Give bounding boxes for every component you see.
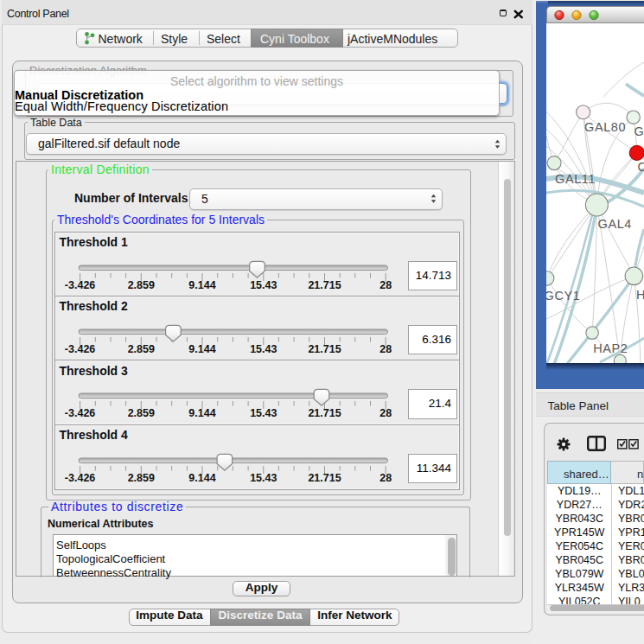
svg-text:15.43: 15.43 bbox=[250, 342, 277, 354]
svg-text:HA: HA bbox=[636, 288, 644, 302]
svg-text:9.144: 9.144 bbox=[188, 471, 215, 483]
svg-text:9.144: 9.144 bbox=[188, 278, 215, 290]
svg-text:C: C bbox=[638, 160, 644, 174]
svg-text:GAL80: GAL80 bbox=[584, 120, 626, 134]
svg-text:-3.426: -3.426 bbox=[65, 278, 95, 290]
svg-text:GAL4: GAL4 bbox=[598, 217, 632, 231]
svg-text:21.715: 21.715 bbox=[308, 407, 341, 419]
svg-text:2.859: 2.859 bbox=[128, 342, 155, 354]
svg-text:-3.426: -3.426 bbox=[65, 471, 95, 483]
svg-text:21.715: 21.715 bbox=[308, 342, 341, 354]
svg-text:GAL11: GAL11 bbox=[555, 172, 596, 186]
svg-text:GA: GA bbox=[634, 124, 644, 138]
svg-text:21.715: 21.715 bbox=[308, 471, 341, 483]
svg-text:2.859: 2.859 bbox=[128, 407, 155, 419]
svg-text:2.859: 2.859 bbox=[128, 278, 155, 290]
svg-text:GCY1: GCY1 bbox=[546, 289, 580, 303]
svg-text:2.859: 2.859 bbox=[128, 471, 155, 483]
svg-text:15.43: 15.43 bbox=[250, 278, 277, 290]
svg-text:15.43: 15.43 bbox=[250, 407, 277, 419]
svg-text:28: 28 bbox=[379, 342, 392, 354]
svg-text:HAP2: HAP2 bbox=[593, 341, 628, 355]
svg-text:9.144: 9.144 bbox=[188, 342, 215, 354]
svg-text:-3.426: -3.426 bbox=[65, 342, 95, 354]
svg-text:28: 28 bbox=[379, 471, 392, 483]
svg-text:9.144: 9.144 bbox=[188, 407, 215, 419]
svg-text:28: 28 bbox=[379, 407, 392, 419]
svg-text:15.43: 15.43 bbox=[250, 471, 277, 483]
svg-text:21.715: 21.715 bbox=[308, 278, 341, 290]
svg-text:28: 28 bbox=[379, 278, 392, 290]
svg-text:-3.426: -3.426 bbox=[65, 407, 95, 419]
